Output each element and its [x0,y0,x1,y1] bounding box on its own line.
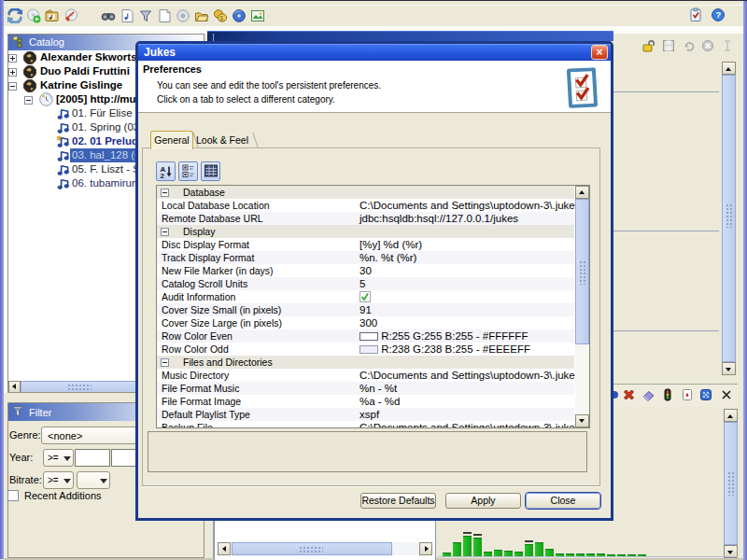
svg-text:$: $ [219,15,223,21]
svg-text:?: ? [715,9,721,20]
svg-text:2: 2 [161,172,165,179]
